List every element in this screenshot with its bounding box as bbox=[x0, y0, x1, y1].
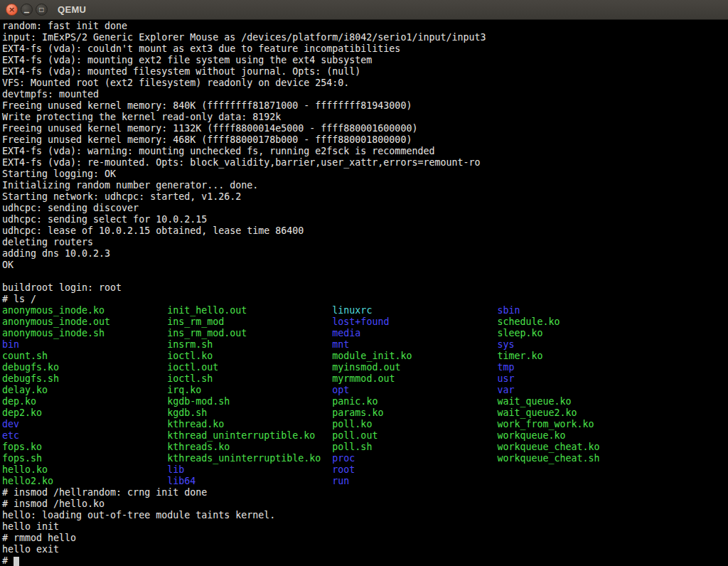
file-name: work_from_work.ko bbox=[498, 419, 594, 429]
file-name: anonymous_inode.ko bbox=[2, 305, 167, 316]
file-name: kgdb-mod.sh bbox=[167, 396, 332, 407]
file-name: poll.out bbox=[332, 430, 497, 441]
terminal-line: # rmmod hello bbox=[2, 533, 728, 544]
file-name: linuxrc bbox=[332, 305, 497, 316]
terminal-line: anonymous_inode.out ins_rm_mod lost+foun… bbox=[2, 316, 728, 328]
file-name: workqueue_cheat.sh bbox=[498, 453, 600, 464]
file-name: opt bbox=[332, 385, 497, 395]
terminal-text: input: ImExPS/2 Generic Explorer Mouse a… bbox=[2, 32, 486, 43]
file-name: usr bbox=[498, 373, 515, 384]
terminal-line: fops.sh kthreads_uninterruptible.ko proc… bbox=[2, 453, 728, 464]
file-name: root bbox=[332, 464, 355, 475]
terminal-text: EXT4-fs (vda): mounting ext2 file system… bbox=[2, 55, 372, 65]
file-name: myinsmod.out bbox=[332, 362, 497, 373]
terminal-line: bin insrm.sh mnt sys bbox=[2, 339, 728, 351]
file-name: poll.sh bbox=[332, 442, 497, 452]
file-name: insrm.sh bbox=[167, 339, 332, 350]
terminal-line: udhcpc: sending select for 10.0.2.15 bbox=[2, 214, 728, 225]
file-name: kthread_uninterruptible.ko bbox=[167, 430, 332, 441]
file-name: delay.ko bbox=[2, 385, 167, 395]
terminal-text: OK bbox=[2, 260, 14, 270]
terminal-text: # rmmod hello bbox=[2, 533, 76, 543]
terminal-line: Initializing random number generator... … bbox=[2, 180, 728, 191]
terminal-text: Freeing unused kernel memory: 840K (ffff… bbox=[2, 100, 412, 111]
terminal-line: debugfs.sh ioctl.sh myrmmod.out usr bbox=[2, 373, 728, 385]
terminal-line: deleting routers bbox=[2, 237, 728, 248]
terminal-line: anonymous_inode.sh ins_rm_mod.out media … bbox=[2, 328, 728, 339]
file-name: hello2.ko bbox=[2, 476, 167, 486]
file-name: ins_rm_mod bbox=[167, 316, 332, 327]
file-name: timer.ko bbox=[498, 351, 543, 361]
terminal-text: VFS: Mounted root (ext2 filesystem) read… bbox=[2, 78, 349, 88]
terminal-line: delay.ko irq.ko opt var bbox=[2, 385, 728, 396]
terminal-line: hello init bbox=[2, 521, 728, 533]
terminal-text: EXT4-fs (vda): re-mounted. Opts: block_v… bbox=[2, 157, 480, 168]
file-name: fops.sh bbox=[2, 453, 167, 464]
terminal-text: Write protecting the kernel read-only da… bbox=[2, 112, 281, 122]
terminal-line: EXT4-fs (vda): mounted filesystem withou… bbox=[2, 66, 728, 78]
terminal-line: dev kthread.ko poll.ko work_from_work.ko bbox=[2, 419, 728, 430]
file-name: run bbox=[332, 476, 349, 486]
terminal-line: # insmod /hellrandom: crng init done bbox=[2, 487, 728, 498]
close-button[interactable]: × bbox=[6, 4, 18, 16]
terminal-line: input: ImExPS/2 Generic Explorer Mouse a… bbox=[2, 32, 728, 43]
file-name: lib bbox=[167, 464, 332, 475]
minimize-icon: ▁ bbox=[24, 6, 29, 13]
file-name: hello.ko bbox=[2, 464, 167, 475]
file-name: kthread.ko bbox=[167, 419, 332, 429]
file-name: workqueue_cheat.ko bbox=[498, 442, 600, 452]
file-name: debugfs.sh bbox=[2, 373, 167, 384]
file-name: poll.ko bbox=[332, 419, 497, 429]
file-name: ioctl.sh bbox=[167, 373, 332, 384]
file-name: debugfs.ko bbox=[2, 362, 167, 373]
file-name: media bbox=[332, 328, 497, 338]
file-name: sys bbox=[498, 339, 515, 350]
maximize-button[interactable]: □ bbox=[36, 4, 48, 16]
file-name: kthreads_uninterruptible.ko bbox=[167, 453, 332, 464]
file-name: sbin bbox=[498, 305, 520, 316]
minimize-button[interactable]: ▁ bbox=[21, 4, 33, 16]
file-name: ioctl.out bbox=[167, 362, 332, 373]
terminal-text: EXT4-fs (vda): mounted filesystem withou… bbox=[2, 66, 360, 77]
terminal-line: EXT4-fs (vda): re-mounted. Opts: block_v… bbox=[2, 157, 728, 169]
file-name: tmp bbox=[498, 362, 515, 373]
file-name: anonymous_inode.out bbox=[2, 316, 167, 327]
file-name: sleep.ko bbox=[498, 328, 543, 338]
file-name: bin bbox=[2, 339, 167, 350]
file-name: ins_rm_mod.out bbox=[167, 328, 332, 338]
terminal-text: hello exit bbox=[2, 544, 59, 555]
terminal-line: fops.ko kthreads.ko poll.sh workqueue_ch… bbox=[2, 442, 728, 453]
file-name: kthreads.ko bbox=[167, 442, 332, 452]
terminal-text: udhcpc: sending select for 10.0.2.15 bbox=[2, 214, 207, 225]
terminal-line: Freeing unused kernel memory: 840K (ffff… bbox=[2, 100, 728, 112]
terminal-line: # insmod /hello.ko bbox=[2, 498, 728, 510]
terminal-text: deleting routers bbox=[2, 237, 93, 247]
file-name: lost+found bbox=[332, 316, 497, 327]
file-name: init_hello.out bbox=[167, 305, 332, 316]
terminal-line: OK bbox=[2, 260, 728, 271]
terminal-text: udhcpc: sending discover bbox=[2, 203, 139, 213]
terminal-cursor bbox=[14, 557, 19, 566]
terminal-text: # insmod /hellrandom: crng init done bbox=[2, 487, 207, 498]
file-name: dep.ko bbox=[2, 396, 167, 407]
terminal-line: Freeing unused kernel memory: 1132K (fff… bbox=[2, 123, 728, 134]
terminal-line: buildroot login: root bbox=[2, 282, 728, 294]
maximize-icon: □ bbox=[39, 7, 45, 13]
file-name: proc bbox=[332, 453, 497, 464]
terminal[interactable]: random: fast init doneinput: ImExPS/2 Ge… bbox=[0, 20, 728, 566]
file-name: kgdb.sh bbox=[167, 407, 332, 418]
qemu-window: × ▁ □ QEMU random: fast init doneinput: … bbox=[0, 0, 728, 566]
file-name: var bbox=[498, 385, 515, 395]
terminal-line: hello2.ko lib64 run bbox=[2, 476, 728, 487]
terminal-text: EXT4-fs (vda): warning: mounting uncheck… bbox=[2, 146, 434, 156]
titlebar[interactable]: × ▁ □ QEMU bbox=[0, 0, 728, 20]
terminal-line: adding dns 10.0.2.3 bbox=[2, 248, 728, 260]
file-name: params.ko bbox=[332, 407, 497, 418]
terminal-text: # ls / bbox=[2, 294, 36, 304]
terminal-line: Starting logging: OK bbox=[2, 169, 728, 180]
terminal-line: dep.ko kgdb-mod.sh panic.ko wait_queue.k… bbox=[2, 396, 728, 407]
file-name: lib64 bbox=[167, 476, 332, 486]
terminal-line: Write protecting the kernel read-only da… bbox=[2, 112, 728, 123]
terminal-line: random: fast init done bbox=[2, 21, 728, 32]
terminal-line: EXT4-fs (vda): warning: mounting uncheck… bbox=[2, 146, 728, 157]
